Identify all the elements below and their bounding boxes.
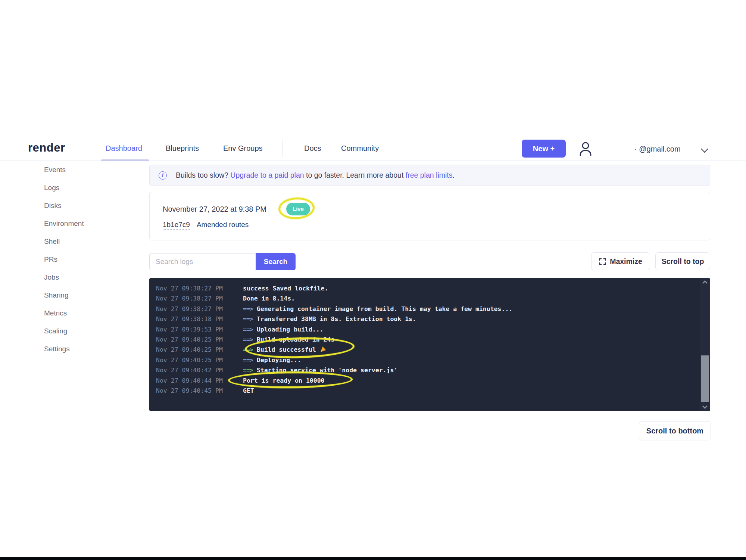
log-timestamp: Nov 27 09:38:27 PM [156,283,243,293]
nav-link-docs[interactable]: Docs [304,144,321,153]
log-line: Nov 27 09:40:25 PM==>Build uploaded in 2… [156,335,695,345]
search-logs-input[interactable] [149,253,256,270]
service-sidebar: Events Logs Disks Environment Shell PRs … [30,161,138,358]
log-line: Nov 27 09:39:53 PM==>Uploading build... [156,324,695,335]
log-line: Nov 27 09:40:25 PM==>Build successful [156,345,695,355]
free-plan-limits-link[interactable]: free plan limits [406,171,453,179]
account-email[interactable]: · @gmail.com [634,145,681,153]
bottom-edge-bar [0,557,746,560]
log-timestamp: Nov 27 09:40:25 PM [156,345,243,355]
log-lines: Nov 27 09:38:27 PMsuccess Saved lockfile… [156,283,695,396]
info-icon: i [159,171,167,180]
log-arrow-icon: ==> [243,315,253,323]
log-line: Nov 27 09:40:44 PMPort is ready on 10000 [156,376,695,386]
sidebar-item-jobs[interactable]: Jobs [30,268,138,286]
log-timestamp: Nov 27 09:40:44 PM [156,376,243,386]
scrollbar-up-arrow-icon[interactable] [702,280,708,286]
deploy-card: November 27, 2022 at 9:38 PM Live 1b1e7c… [149,192,710,240]
log-line: Nov 27 09:38:18 PM==>Transferred 38MB in… [156,314,695,324]
maximize-icon [599,258,606,265]
upgrade-plan-link[interactable]: Upgrade to a paid plan [230,171,304,179]
log-line: Nov 27 09:38:27 PMDone in 8.14s. [156,293,695,304]
log-message: Done in 8.14s. [243,295,295,302]
log-message: Port is ready on 10000 [243,377,325,384]
log-message: Build successful [257,346,316,353]
deploy-timestamp: November 27, 2022 at 9:38 PM [163,205,266,214]
render-logo: render [28,141,65,155]
log-timestamp: Nov 27 09:38:27 PM [156,304,243,314]
sidebar-item-scaling[interactable]: Scaling [30,322,138,340]
search-button[interactable]: Search [256,253,296,270]
log-message: Transferred 38MB in 8s. Extraction took … [257,315,416,323]
nav-tab-env-groups[interactable]: Env Groups [223,144,263,153]
sidebar-item-logs[interactable]: Logs [30,179,138,197]
log-line: Nov 27 09:38:27 PMsuccess Saved lockfile… [156,283,695,293]
log-timestamp: Nov 27 09:38:18 PM [156,314,243,324]
nav-tab-dashboard[interactable]: Dashboard [106,144,142,153]
log-message: success Saved lockfile. [243,285,328,292]
log-message: Starting service with 'node server.js' [257,367,398,374]
log-arrow-icon: ==> [243,367,253,374]
sidebar-item-settings[interactable]: Settings [30,340,138,358]
upgrade-banner-text: Builds too slow? Upgrade to a paid plan … [176,171,455,180]
log-message: GET [243,387,254,394]
log-timestamp: Nov 27 09:39:53 PM [156,324,243,335]
log-timestamp: Nov 27 09:40:25 PM [156,355,243,365]
log-line: Nov 27 09:40:25 PM==>Deploying... [156,355,695,365]
log-message: Generating container image from build. T… [257,305,512,312]
log-arrow-icon: ==> [243,305,253,312]
terminal-scrollbar[interactable] [700,278,710,411]
banner-prefix: Builds too slow? [176,171,230,179]
commit-row: 1b1e7c9Amended routes [163,221,249,229]
chevron-down-icon[interactable] [701,145,708,153]
sidebar-item-environment[interactable]: Environment [30,215,138,233]
log-line: Nov 27 09:40:45 PMGET [156,386,695,396]
log-arrow-icon: ==> [243,357,253,364]
live-status-badge: Live [286,203,310,215]
log-arrow-icon: ==> [243,326,253,333]
log-message: Deploying... [257,357,301,364]
log-timestamp: Nov 27 09:40:25 PM [156,335,243,345]
log-timestamp: Nov 27 09:40:45 PM [156,386,243,396]
sidebar-item-events[interactable]: Events [30,161,138,179]
sidebar-item-disks[interactable]: Disks [30,197,138,215]
nav-tab-blueprints[interactable]: Blueprints [166,144,199,153]
log-arrow-icon: ==> [243,346,253,353]
scroll-to-top-button[interactable]: Scroll to top [655,252,710,270]
log-message: Uploading build... [257,326,324,333]
banner-suffix: . [452,171,454,179]
log-arrow-icon: ==> [243,336,253,343]
scrollbar-thumb[interactable] [701,355,709,402]
maximize-label: Maximize [610,257,642,266]
log-line: Nov 27 09:40:42 PM==>Starting service wi… [156,365,695,375]
render-dashboard-page: render Dashboard Blueprints Env Groups D… [0,0,746,560]
log-line: Nov 27 09:38:27 PM==>Generating containe… [156,304,695,314]
scroll-to-bottom-button[interactable]: Scroll to bottom [639,421,711,441]
sidebar-item-sharing[interactable]: Sharing [30,286,138,304]
upgrade-banner: i Builds too slow? Upgrade to a paid pla… [149,165,710,186]
log-timestamp: Nov 27 09:38:27 PM [156,293,243,304]
user-avatar-icon[interactable] [579,140,592,157]
top-navigation: render Dashboard Blueprints Env Groups D… [0,137,746,161]
commit-message: Amended routes [197,221,249,228]
sidebar-item-metrics[interactable]: Metrics [30,304,138,322]
commit-hash-link[interactable]: 1b1e7c9 [163,221,190,230]
sidebar-item-prs[interactable]: PRs [30,251,138,268]
banner-middle: to go faster. Learn more about [304,171,406,179]
maximize-button[interactable]: Maximize [591,252,650,270]
scrollbar-down-arrow-icon[interactable] [702,404,708,409]
party-popper-icon [321,346,326,352]
log-message: Build uploaded in 24s [257,336,335,343]
new-button[interactable]: New + [522,140,566,158]
nav-divider [283,140,283,157]
sidebar-item-shell[interactable]: Shell [30,233,138,251]
log-terminal: Nov 27 09:38:27 PMsuccess Saved lockfile… [149,278,710,411]
log-timestamp: Nov 27 09:40:42 PM [156,365,243,375]
nav-link-community[interactable]: Community [341,144,379,153]
